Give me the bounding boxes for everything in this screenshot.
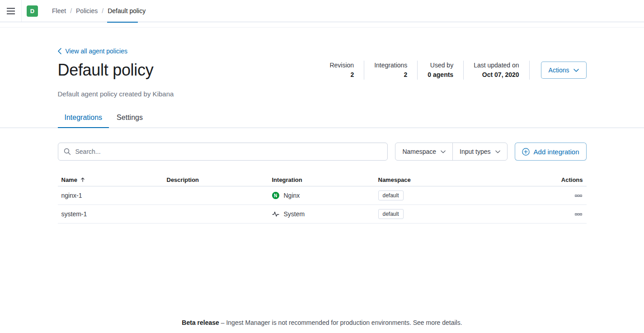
nginx-logo-icon: N <box>272 192 279 199</box>
tab-integrations[interactable]: Integrations <box>58 114 109 128</box>
stat-used-by: Used by 0 agents <box>418 61 464 80</box>
policy-stats: Revision 2 Integrations 2 Used by 0 agen… <box>320 61 529 80</box>
menu-button[interactable] <box>0 0 22 22</box>
see-more-details-link[interactable]: See more details. <box>413 319 462 326</box>
boxes-horizontal-icon <box>575 213 582 216</box>
namespace-badge: default <box>378 209 404 219</box>
policy-tabs: Integrations Settings <box>58 114 587 128</box>
table-header-row: Name Description Integration Namespace A… <box>58 173 587 186</box>
chevron-down-icon <box>573 69 579 72</box>
stat-revision: Revision 2 <box>320 61 364 80</box>
search-box <box>58 143 388 161</box>
chevron-down-icon <box>495 150 500 153</box>
integrations-toolbar: Namespace Input types Add integration <box>58 143 587 161</box>
actions-button-label: Actions <box>549 67 569 74</box>
stat-value: Oct 07, 2020 <box>474 70 519 80</box>
integration-name: Nginx <box>284 192 300 199</box>
column-header-description: Description <box>167 176 272 183</box>
chevron-left-icon <box>58 48 61 54</box>
chevron-down-icon <box>441 150 446 153</box>
row-name: system-1 <box>61 210 167 218</box>
hamburger-icon <box>7 8 15 14</box>
stat-label: Revision <box>329 61 354 70</box>
stat-value: 2 <box>374 70 407 80</box>
breadcrumb-separator: / <box>102 7 103 14</box>
breadcrumb: Fleet / Policies / Default policy <box>52 7 146 14</box>
row-actions-button[interactable] <box>574 211 583 218</box>
space-avatar-wrap: D <box>22 5 43 17</box>
column-header-namespace: Namespace <box>378 176 533 183</box>
namespace-filter-button[interactable]: Namespace <box>395 143 452 160</box>
row-name: nginx-1 <box>61 192 167 199</box>
beta-release-message: – Ingest Manager is not recommended for … <box>219 319 413 326</box>
plus-in-circle-icon <box>522 148 530 156</box>
search-input[interactable] <box>58 143 388 161</box>
policy-description: Default agent policy created by Kibana <box>58 90 587 98</box>
stat-label: Integrations <box>374 61 407 70</box>
boxes-horizontal-icon <box>575 195 582 197</box>
column-header-label: Name <box>61 176 77 183</box>
system-logo-icon <box>272 210 279 218</box>
tab-settings[interactable]: Settings <box>110 114 150 128</box>
actions-button[interactable]: Actions <box>541 62 587 79</box>
policy-header-section: View all agent policies Default policy R… <box>0 28 644 128</box>
namespace-badge: default <box>378 190 404 200</box>
header-shadow-strip <box>0 22 644 28</box>
beta-release-label: Beta release <box>182 319 219 326</box>
stat-value: 0 agents <box>428 70 453 80</box>
column-header-integration: Integration <box>272 176 378 183</box>
row-namespace: default <box>378 190 533 200</box>
breadcrumb-fleet[interactable]: Fleet <box>52 7 66 14</box>
row-actions <box>533 210 583 218</box>
view-all-policies-link[interactable]: View all agent policies <box>58 48 128 55</box>
input-types-filter-button[interactable]: Input types <box>452 143 507 160</box>
page-title: Default policy <box>58 61 320 80</box>
nginx-letter: N <box>274 193 277 198</box>
row-actions <box>533 191 583 200</box>
column-header-actions: Actions <box>533 176 583 183</box>
breadcrumb-current: Default policy <box>108 7 146 14</box>
loading-progress-bar <box>107 22 138 23</box>
input-types-filter-label: Input types <box>460 148 491 155</box>
space-avatar[interactable]: D <box>27 5 38 17</box>
add-integration-button[interactable]: Add integration <box>515 143 587 161</box>
row-actions-button[interactable] <box>574 192 583 200</box>
beta-release-notice: Beta release – Ingest Manager is not rec… <box>0 319 644 327</box>
title-row: Default policy Revision 2 Integrations 2… <box>58 61 587 80</box>
back-link-label: View all agent policies <box>66 48 128 55</box>
stat-label: Last updated on <box>474 61 519 70</box>
integrations-table: Name Description Integration Namespace A… <box>58 173 587 224</box>
add-integration-label: Add integration <box>534 148 579 156</box>
breadcrumb-policies[interactable]: Policies <box>76 7 98 14</box>
stat-value: 2 <box>329 70 354 80</box>
stat-integrations: Integrations 2 <box>364 61 418 80</box>
kibana-header: D Fleet / Policies / Default policy <box>0 0 644 22</box>
row-integration: System <box>272 210 378 218</box>
space-initial: D <box>30 8 34 14</box>
namespace-filter-label: Namespace <box>402 148 436 155</box>
table-row: system-1 System default <box>58 205 587 224</box>
column-header-name[interactable]: Name <box>61 176 167 183</box>
row-namespace: default <box>378 209 533 219</box>
stat-label: Used by <box>428 61 453 70</box>
breadcrumb-separator: / <box>70 7 72 14</box>
sort-arrow-up-icon <box>80 177 85 182</box>
filter-group: Namespace Input types <box>395 143 507 161</box>
table-row: nginx-1 N Nginx default <box>58 186 587 205</box>
integration-name: System <box>284 210 305 218</box>
row-integration: N Nginx <box>272 192 378 199</box>
integrations-panel: Namespace Input types Add integration <box>0 143 644 224</box>
stat-last-updated: Last updated on Oct 07, 2020 <box>464 61 529 80</box>
